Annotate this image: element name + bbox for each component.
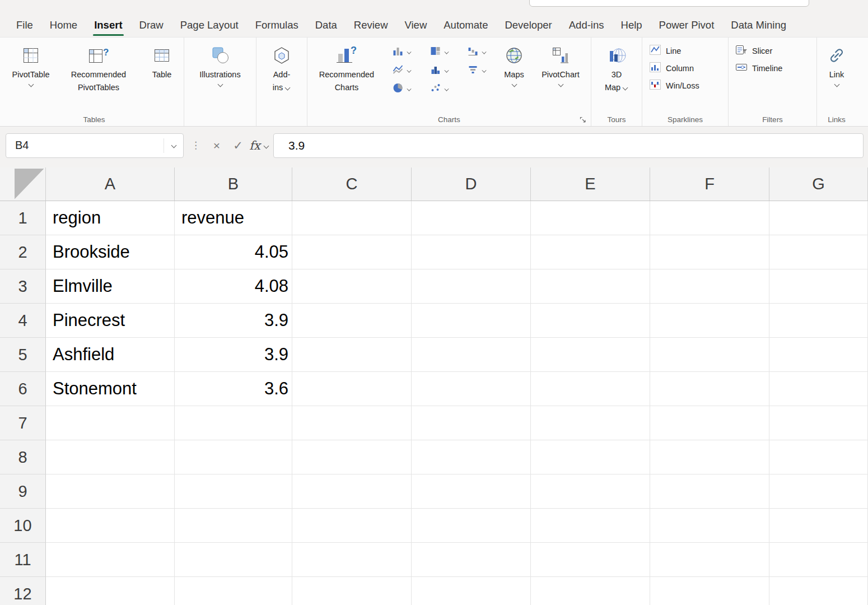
- cell-A8[interactable]: [46, 440, 175, 474]
- tab-review[interactable]: Review: [346, 14, 396, 36]
- tab-automate[interactable]: Automate: [435, 14, 496, 36]
- cell-C3[interactable]: [292, 269, 412, 304]
- maps-button[interactable]: Maps: [496, 40, 533, 88]
- recommended-charts-button[interactable]: ? Recommended Charts: [310, 40, 384, 94]
- cell-B11[interactable]: [175, 543, 292, 577]
- cell-G6[interactable]: [769, 372, 868, 406]
- tab-add-ins[interactable]: Add-ins: [561, 14, 613, 36]
- name-box-chevron-icon[interactable]: [164, 143, 183, 148]
- cell-B1[interactable]: revenue: [175, 201, 292, 235]
- cell-C1[interactable]: [292, 201, 412, 235]
- cell-D3[interactable]: [412, 269, 531, 304]
- cell-C11[interactable]: [292, 543, 412, 577]
- cell-G8[interactable]: [769, 440, 868, 474]
- scatter-chart-button[interactable]: [421, 80, 458, 98]
- column-header-G[interactable]: G: [769, 167, 868, 201]
- row-header-3[interactable]: 3: [0, 269, 46, 304]
- cell-F8[interactable]: [650, 440, 769, 474]
- link-button[interactable]: Link: [819, 40, 854, 88]
- histogram-chart-button[interactable]: [421, 62, 458, 80]
- cell-B2[interactable]: 4.05: [175, 235, 292, 269]
- row-header-11[interactable]: 11: [0, 543, 46, 577]
- cell-C10[interactable]: [292, 509, 412, 543]
- cell-A7[interactable]: [46, 406, 175, 440]
- enter-button[interactable]: ✓: [227, 133, 249, 158]
- cell-F2[interactable]: [650, 235, 769, 269]
- cell-B4[interactable]: 3.9: [175, 304, 292, 338]
- row-header-8[interactable]: 8: [0, 440, 46, 474]
- tab-formulas[interactable]: Formulas: [247, 14, 307, 36]
- cell-E4[interactable]: [531, 304, 650, 338]
- cancel-button[interactable]: ×: [206, 133, 227, 158]
- cell-F1[interactable]: [650, 201, 769, 235]
- cell-A4[interactable]: Pinecrest: [46, 304, 175, 338]
- cell-E8[interactable]: [531, 440, 650, 474]
- row-header-9[interactable]: 9: [0, 474, 46, 509]
- cell-C7[interactable]: [292, 406, 412, 440]
- column-chart-button[interactable]: [384, 43, 421, 61]
- cell-E12[interactable]: [531, 577, 650, 605]
- name-box[interactable]: B4: [6, 133, 184, 158]
- cell-A11[interactable]: [46, 543, 175, 577]
- sparkline-line-button[interactable]: Line: [649, 44, 699, 57]
- tab-draw[interactable]: Draw: [131, 14, 172, 36]
- column-header-B[interactable]: B: [175, 167, 292, 201]
- column-header-C[interactable]: C: [292, 167, 412, 201]
- pivotchart-button[interactable]: PivotChart: [533, 40, 589, 88]
- cell-G2[interactable]: [769, 235, 868, 269]
- slicer-button[interactable]: Slicer: [735, 44, 782, 57]
- cell-D12[interactable]: [412, 577, 531, 605]
- cell-D11[interactable]: [412, 543, 531, 577]
- cell-B5[interactable]: 3.9: [175, 338, 292, 372]
- cell-C8[interactable]: [292, 440, 412, 474]
- cell-D5[interactable]: [412, 338, 531, 372]
- funnel-chart-button[interactable]: [459, 62, 496, 80]
- cell-A12[interactable]: [46, 577, 175, 605]
- tab-page-layout[interactable]: Page Layout: [172, 14, 247, 36]
- cell-A2[interactable]: Brookside: [46, 235, 175, 269]
- cell-A6[interactable]: Stonemont: [46, 372, 175, 406]
- cell-F10[interactable]: [650, 509, 769, 543]
- column-header-A[interactable]: A: [46, 167, 175, 201]
- search-box-partial[interactable]: [529, 0, 809, 7]
- tab-developer[interactable]: Developer: [496, 14, 560, 36]
- cell-F4[interactable]: [650, 304, 769, 338]
- cell-E2[interactable]: [531, 235, 650, 269]
- row-header-2[interactable]: 2: [0, 235, 46, 269]
- row-header-7[interactable]: 7: [0, 406, 46, 440]
- treemap-chart-button[interactable]: [421, 43, 458, 61]
- illustrations-button[interactable]: Illustrations: [186, 40, 254, 88]
- cell-C2[interactable]: [292, 235, 412, 269]
- pivottable-button[interactable]: PivotTable: [7, 40, 55, 88]
- insert-function-button[interactable]: fx: [249, 133, 270, 158]
- cell-F11[interactable]: [650, 543, 769, 577]
- cell-G1[interactable]: [769, 201, 868, 235]
- cell-E6[interactable]: [531, 372, 650, 406]
- select-all-corner[interactable]: [0, 167, 46, 201]
- timeline-button[interactable]: Timeline: [735, 62, 782, 75]
- tab-file[interactable]: File: [8, 14, 41, 36]
- waterfall-chart-button[interactable]: [459, 43, 496, 61]
- cell-D8[interactable]: [412, 440, 531, 474]
- column-header-E[interactable]: E: [531, 167, 650, 201]
- tab-help[interactable]: Help: [613, 14, 651, 36]
- cell-B6[interactable]: 3.6: [175, 372, 292, 406]
- cell-D4[interactable]: [412, 304, 531, 338]
- cell-F12[interactable]: [650, 577, 769, 605]
- cell-A1[interactable]: region: [46, 201, 175, 235]
- cell-A9[interactable]: [46, 474, 175, 509]
- cell-C12[interactable]: [292, 577, 412, 605]
- row-header-5[interactable]: 5: [0, 338, 46, 372]
- line-chart-button[interactable]: [384, 62, 421, 80]
- tab-home[interactable]: Home: [41, 14, 86, 36]
- cell-B9[interactable]: [175, 474, 292, 509]
- formula-input[interactable]: 3.9: [273, 133, 864, 158]
- cell-A10[interactable]: [46, 509, 175, 543]
- cell-D6[interactable]: [412, 372, 531, 406]
- 3d-map-button[interactable]: 3D Map: [594, 40, 640, 94]
- cell-G11[interactable]: [769, 543, 868, 577]
- tab-insert[interactable]: Insert: [86, 14, 130, 36]
- row-header-12[interactable]: 12: [0, 577, 46, 605]
- column-header-D[interactable]: D: [412, 167, 531, 201]
- cell-G9[interactable]: [769, 474, 868, 509]
